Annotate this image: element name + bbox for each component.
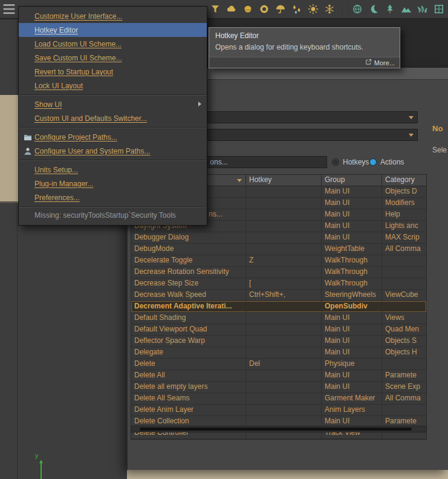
- table-row[interactable]: Decrease Walk SpeedCtrl+Shift+,SteeringW…: [131, 290, 426, 301]
- customize-menu: Customize User Interface...Hotkey Editor…: [18, 6, 207, 226]
- snowflake-icon[interactable]: [323, 2, 336, 16]
- action-cell: DebugMode: [131, 244, 246, 255]
- sun-icon[interactable]: [307, 2, 320, 16]
- table-row[interactable]: Deflector Space WarpMain UIObjects S: [131, 336, 426, 347]
- menu-item-label: Lock UI Layout: [34, 82, 83, 90]
- table-row[interactable]: Decrement Adaptive Iterati...OpenSubdiv: [131, 301, 426, 313]
- menu-item-icon-slot: [24, 114, 32, 123]
- menu-item[interactable]: Units Setup...: [19, 163, 207, 177]
- hotkey-cell: [246, 313, 322, 324]
- menu-item[interactable]: Plug-in Manager...: [19, 177, 207, 191]
- toolbar-separator: [339, 2, 348, 16]
- chevron-down-icon: [409, 134, 414, 137]
- viewport-ground-left: [0, 95, 17, 203]
- menu-item[interactable]: Load Custom UI Scheme...: [19, 37, 207, 51]
- table-row[interactable]: Debugger DialogMain UIMAX Scrip: [131, 232, 426, 244]
- table-row[interactable]: Delete All SeamsGarment MakerAll Comma: [131, 393, 426, 405]
- customize-menu-list: Customize User Interface...Hotkey Editor…: [19, 9, 207, 221]
- menu-item[interactable]: Show UI: [19, 97, 207, 111]
- menu-item-label: Show UI: [34, 100, 62, 109]
- tree-icon[interactable]: [383, 2, 397, 16]
- hotkey-cell: [246, 382, 322, 393]
- raindrops-icon[interactable]: [290, 2, 304, 16]
- cloud-icon[interactable]: [225, 2, 238, 16]
- group-cell: Main UI: [322, 382, 382, 393]
- umbrella-icon[interactable]: [274, 2, 287, 16]
- table-row[interactable]: Delete AllMain UIParamete: [131, 370, 426, 382]
- hotkeys-radio[interactable]: [332, 158, 339, 166]
- action-cell: Debugger Dialog: [131, 232, 246, 243]
- menu-item-icon-slot: [24, 12, 32, 21]
- column-header[interactable]: Hotkey: [246, 175, 322, 186]
- menu-item-label: Configure User and System Paths...: [34, 147, 150, 155]
- menu-item-icon-slot: [24, 194, 32, 202]
- menu-item[interactable]: Preferences...: [19, 191, 207, 204]
- table-row[interactable]: Delete Anim LayerAnim Layers: [131, 405, 426, 416]
- hotkey-cell: [246, 267, 322, 278]
- category-cell: Quad Men: [382, 324, 426, 335]
- column-header[interactable]: Category: [382, 175, 426, 186]
- actions-radio[interactable]: [369, 158, 377, 166]
- menu-item-icon-slot: [24, 82, 32, 90]
- menu-item[interactable]: Save Custom UI Scheme...: [19, 51, 207, 65]
- hotkey-cell: Del: [246, 359, 322, 370]
- table-row[interactable]: DebugModeWeightTableAll Comma: [131, 244, 426, 255]
- menu-item[interactable]: Configure Project Paths...: [19, 130, 207, 144]
- moon-icon[interactable]: [367, 2, 380, 16]
- hotkey-cell: [: [246, 278, 322, 289]
- table-row[interactable]: DeleteDelPhysique: [131, 359, 426, 370]
- menu-item[interactable]: Hotkey Editor: [19, 23, 207, 37]
- category-cell: Modifiers: [382, 198, 426, 209]
- menu-separator: [19, 206, 206, 207]
- menu-item[interactable]: Configure User and System Paths...: [19, 144, 207, 158]
- funnel-icon[interactable]: [209, 2, 222, 16]
- actions-radio-group[interactable]: Actions: [369, 156, 404, 168]
- table-row[interactable]: Default Viewport QuadMain UIQuad Men: [131, 324, 426, 336]
- menu-item[interactable]: Revert to Startup Layout: [19, 65, 207, 79]
- hotkey-cell: [246, 186, 322, 197]
- hotkey-cell: [246, 324, 322, 335]
- group-cell: Main UI: [322, 232, 382, 243]
- filter-dropdown-icon[interactable]: [237, 179, 242, 182]
- action-cell: Decrement Adaptive Iterati...: [131, 301, 246, 312]
- menu-item-label: Plug-in Manager...: [34, 180, 93, 188]
- table-row[interactable]: Decrease Step Size[WalkThrough: [131, 278, 426, 290]
- menu-item[interactable]: Customize User Interface...: [19, 9, 207, 23]
- menu-separator: [19, 160, 206, 161]
- action-cell: Delete All Seams: [131, 393, 246, 404]
- table-row[interactable]: Decrease Rotation SensitivityWalkThrough: [131, 267, 426, 278]
- column-header[interactable]: Group: [322, 175, 382, 186]
- hotkey-cell: Ctrl+Shift+,: [246, 290, 322, 301]
- menu-item-icon-slot: [24, 68, 32, 76]
- menu-grid-icon[interactable]: [2, 2, 16, 16]
- actions-radio-label: Actions: [380, 158, 404, 166]
- menu-item[interactable]: Custom UI and Defaults Switcher...: [19, 111, 207, 125]
- group-cell: Main UI: [322, 324, 382, 335]
- torus-icon[interactable]: [258, 2, 271, 16]
- globe-icon[interactable]: [351, 2, 364, 16]
- action-cell: Delete: [131, 359, 246, 370]
- menu-item[interactable]: Lock UI Layout: [19, 79, 207, 93]
- hotkey-cell: [246, 232, 322, 243]
- group-cell: Garment Maker: [322, 393, 382, 404]
- action-cell: Delete all empty layers: [131, 382, 246, 393]
- mountain-icon[interactable]: [400, 2, 413, 16]
- viewport-ground-bottom: [127, 470, 448, 479]
- category-cell: [382, 255, 426, 266]
- window-icon[interactable]: [432, 2, 446, 16]
- grass-icon[interactable]: [416, 2, 429, 16]
- category-cell: [382, 267, 426, 278]
- table-row[interactable]: Delete all empty layersMain UIScene Exp: [131, 382, 426, 393]
- table-row[interactable]: DelegateMain UIObjects H: [131, 347, 426, 359]
- scrollbar-thumb[interactable]: [140, 428, 412, 431]
- table-row[interactable]: Default ShadingMain UIViews: [131, 313, 426, 324]
- action-cell: Decrease Walk Speed: [131, 290, 246, 301]
- more-button[interactable]: More...: [374, 59, 395, 67]
- app-root: y No Sele Hotkeys Actions HotkeyGroupCat…: [0, 0, 448, 479]
- action-cell: Deflector Space Warp: [131, 336, 246, 347]
- table-row[interactable]: Decelerate ToggleZWalkThrough: [131, 255, 426, 267]
- category-cell: Views: [382, 313, 426, 324]
- horizontal-scrollbar[interactable]: [131, 426, 427, 432]
- hotkeys-radio-group[interactable]: Hotkeys: [332, 156, 369, 168]
- sphere-icon[interactable]: [241, 2, 255, 16]
